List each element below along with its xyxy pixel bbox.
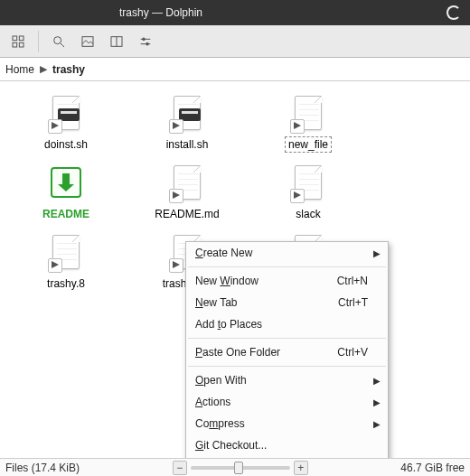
menu-item[interactable]: Add to Places bbox=[186, 313, 388, 335]
readme-icon bbox=[51, 167, 81, 198]
menu-item[interactable]: Open With▶ bbox=[186, 369, 388, 391]
chevron-right-icon: ▶ bbox=[40, 63, 47, 75]
slider-track[interactable] bbox=[191, 466, 290, 470]
preview-button[interactable] bbox=[75, 29, 100, 54]
split-view-button[interactable] bbox=[104, 29, 129, 54]
zoom-in-button[interactable]: + bbox=[294, 461, 308, 475]
control-button[interactable] bbox=[133, 29, 158, 54]
svg-rect-0 bbox=[13, 36, 17, 41]
chevron-right-icon: ▶ bbox=[373, 376, 381, 386]
file-item[interactable]: doinst.sh bbox=[5, 89, 127, 158]
window-title: trashy — Dolphin bbox=[119, 6, 202, 19]
menu-item[interactable]: Paste One FolderCtrl+V bbox=[186, 341, 388, 363]
svg-rect-1 bbox=[19, 36, 24, 41]
status-bar: Files (17.4 KiB) − + 46.7 GiB free bbox=[0, 458, 470, 476]
badge-icon bbox=[169, 189, 183, 203]
context-menu[interactable]: Create New▶New WindowCtrl+NNew TabCtrl+T… bbox=[185, 241, 389, 476]
menu-item[interactable]: Create New▶ bbox=[186, 242, 388, 264]
menu-item-label: New Tab bbox=[195, 296, 237, 309]
file-item[interactable]: trashy.8 bbox=[5, 228, 127, 297]
file-label: trashy.8 bbox=[43, 275, 89, 292]
svg-point-4 bbox=[54, 36, 61, 43]
menu-item-label: Add to Places bbox=[195, 318, 262, 331]
breadcrumb[interactable]: Home ▶ trashy bbox=[0, 58, 470, 81]
menu-item[interactable]: New WindowCtrl+N bbox=[186, 270, 388, 292]
icon-mode-button[interactable] bbox=[5, 29, 31, 54]
badge-icon bbox=[290, 189, 305, 203]
file-item[interactable]: install.sh bbox=[127, 89, 248, 158]
menu-separator bbox=[188, 338, 386, 339]
menu-item-label: Actions bbox=[195, 396, 230, 408]
search-button[interactable] bbox=[46, 29, 71, 54]
badge-icon bbox=[169, 258, 183, 273]
menu-item-label: New Window bbox=[195, 275, 258, 287]
badge-icon bbox=[169, 119, 183, 134]
slider-thumb[interactable] bbox=[234, 462, 243, 474]
svg-rect-3 bbox=[19, 42, 24, 47]
menu-item-label: Git Checkout... bbox=[195, 439, 267, 452]
status-free-space: 46.7 GiB free bbox=[400, 462, 465, 474]
badge-icon bbox=[48, 119, 62, 134]
file-view[interactable]: doinst.shinstall.shnew_fileREADMEREADME.… bbox=[0, 81, 470, 458]
file-item[interactable]: README.md bbox=[127, 158, 248, 228]
loading-icon bbox=[446, 5, 461, 20]
file-label: slack bbox=[292, 206, 324, 222]
zoom-out-button[interactable]: − bbox=[173, 461, 187, 475]
breadcrumb-current[interactable]: trashy bbox=[52, 63, 85, 76]
breadcrumb-home[interactable]: Home bbox=[5, 63, 34, 76]
file-item[interactable]: README bbox=[5, 158, 127, 228]
chevron-right-icon: ▶ bbox=[373, 397, 381, 407]
menu-item[interactable]: Actions▶ bbox=[186, 391, 388, 413]
status-file-count: Files (17.4 KiB) bbox=[5, 462, 80, 474]
svg-point-11 bbox=[143, 38, 146, 41]
file-label: install.sh bbox=[163, 136, 212, 153]
chevron-right-icon: ▶ bbox=[373, 248, 381, 258]
menu-item[interactable]: Git Checkout... bbox=[186, 434, 388, 456]
menu-separator bbox=[188, 266, 386, 267]
menu-item-label: Compress bbox=[195, 417, 245, 430]
file-label: doinst.sh bbox=[41, 136, 91, 153]
badge-icon bbox=[48, 258, 62, 273]
window-titlebar: trashy — Dolphin bbox=[0, 0, 470, 25]
menu-shortcut: Ctrl+T bbox=[338, 296, 368, 309]
file-item[interactable]: slack bbox=[248, 158, 369, 228]
file-label: new_file bbox=[285, 136, 332, 153]
menu-item[interactable]: New TabCtrl+T bbox=[186, 292, 388, 313]
chevron-right-icon: ▶ bbox=[373, 419, 381, 429]
menu-shortcut: Ctrl+V bbox=[337, 346, 368, 359]
badge-icon bbox=[290, 119, 305, 134]
menu-item-label: Open With bbox=[195, 374, 247, 387]
menu-separator bbox=[188, 366, 386, 367]
menu-item-label: Create New bbox=[195, 247, 252, 259]
file-label: README bbox=[39, 206, 93, 222]
svg-rect-2 bbox=[13, 42, 17, 47]
svg-point-12 bbox=[146, 42, 149, 45]
file-label: README.md bbox=[151, 206, 222, 222]
toolbar-divider bbox=[38, 31, 39, 52]
menu-item-label: Paste One Folder bbox=[195, 346, 280, 359]
toolbar bbox=[0, 25, 470, 58]
file-item[interactable]: new_file bbox=[248, 89, 369, 158]
menu-shortcut: Ctrl+N bbox=[337, 275, 368, 287]
zoom-slider[interactable]: − + bbox=[80, 461, 400, 475]
menu-item[interactable]: Compress▶ bbox=[186, 413, 388, 434]
svg-line-5 bbox=[61, 43, 64, 47]
